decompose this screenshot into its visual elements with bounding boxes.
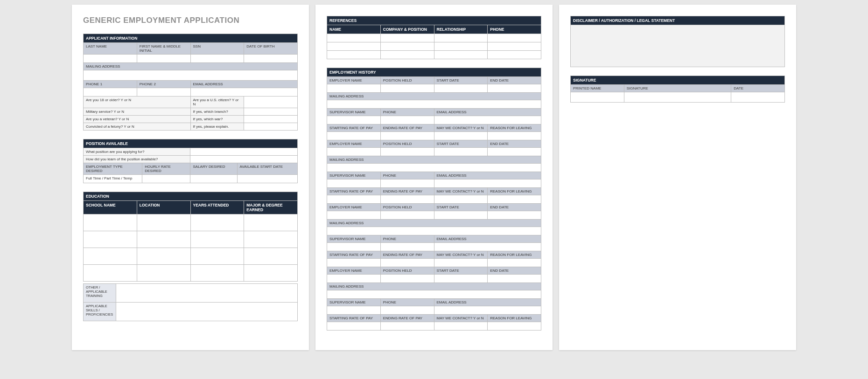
emp2-phone[interactable] [380, 179, 434, 188]
input-phone2[interactable] [137, 88, 190, 96]
input-first-mi[interactable] [137, 55, 190, 63]
emp3-phone[interactable] [380, 243, 434, 251]
edu-r1-c4[interactable] [244, 214, 298, 231]
emp2-end[interactable] [488, 148, 541, 156]
input-email[interactable] [190, 88, 298, 96]
emp2-email[interactable] [434, 179, 541, 188]
emp2-start[interactable] [434, 148, 488, 156]
emp1-endpay[interactable] [380, 132, 434, 140]
emp2-contact[interactable] [434, 195, 488, 204]
ref-r3-c2[interactable] [380, 51, 434, 59]
emp1-phone[interactable] [380, 116, 434, 124]
emp4-contact[interactable] [434, 322, 488, 331]
emp3-sup[interactable] [327, 243, 381, 251]
ref-r2-c3[interactable] [434, 42, 488, 51]
emp1-employer[interactable] [327, 84, 381, 93]
input-skills[interactable] [116, 303, 298, 321]
input-learn[interactable] [190, 156, 298, 163]
edu-r1-c3[interactable] [190, 214, 244, 231]
disclaimer-box[interactable] [571, 25, 785, 67]
ref-r2-c1[interactable] [327, 42, 381, 51]
emp2-reason[interactable] [488, 195, 541, 204]
emp1-contact[interactable] [434, 132, 488, 140]
emp1-end[interactable] [488, 84, 541, 93]
input-hourly[interactable] [142, 175, 190, 183]
emp3-contact[interactable] [434, 259, 488, 267]
edu-r2-c1[interactable] [84, 231, 137, 248]
emp3-mailing[interactable] [327, 227, 541, 235]
emp4-employer[interactable] [327, 275, 381, 283]
edu-r2-c2[interactable] [137, 231, 190, 248]
emp2-sup[interactable] [327, 179, 381, 188]
ref-r1-c2[interactable] [380, 34, 434, 42]
ref-r1-c4[interactable] [488, 34, 541, 42]
edu-r3-c1[interactable] [84, 248, 137, 265]
input-ssn[interactable] [190, 55, 244, 63]
emp3-email[interactable] [434, 243, 541, 251]
input-other-training[interactable] [116, 284, 298, 303]
emp2-employer[interactable] [327, 148, 381, 156]
input-war[interactable] [244, 116, 298, 123]
edu-r3-c4[interactable] [244, 248, 298, 265]
emp3-startpay[interactable] [327, 259, 381, 267]
emp4-reason[interactable] [488, 322, 541, 331]
input-applying[interactable] [190, 148, 298, 156]
emp4-endpay[interactable] [380, 322, 434, 331]
edu-r1-c1[interactable] [84, 214, 137, 231]
input-signature[interactable] [624, 92, 731, 103]
emp3-employer[interactable] [327, 211, 381, 220]
emp3-start[interactable] [434, 211, 488, 220]
edu-r4-c3[interactable] [190, 265, 244, 282]
ref-r1-c1[interactable] [327, 34, 381, 42]
emp3-reason[interactable] [488, 259, 541, 267]
input-avail-start[interactable] [237, 175, 297, 183]
emp1-mailing[interactable] [327, 100, 541, 109]
edu-r1-c2[interactable] [137, 214, 190, 231]
edu-r4-c1[interactable] [84, 265, 137, 282]
emp2-mailing[interactable] [327, 164, 541, 172]
emp4-end[interactable] [488, 275, 541, 283]
emp2-position[interactable] [380, 148, 434, 156]
emp3-endpay[interactable] [380, 259, 434, 267]
emp4-email[interactable] [434, 306, 541, 315]
input-last-name[interactable] [84, 55, 137, 63]
emp4-position[interactable] [380, 275, 434, 283]
emp4-startpay[interactable] [327, 322, 381, 331]
ref-r3-c1[interactable] [327, 51, 381, 59]
input-ftpt[interactable]: Full Time / Part Time / Temp [84, 175, 142, 183]
emp1-reason[interactable] [488, 132, 541, 140]
input-branch[interactable] [244, 108, 298, 116]
input-phone1[interactable] [84, 88, 137, 96]
ref-r3-c4[interactable] [488, 51, 541, 59]
ref-r2-c2[interactable] [380, 42, 434, 51]
emp2-startpay[interactable] [327, 195, 381, 204]
emp4-mailing[interactable] [327, 290, 541, 299]
emp4-start[interactable] [434, 275, 488, 283]
edu-r2-c3[interactable] [190, 231, 244, 248]
input-salary[interactable] [190, 175, 237, 183]
ref-r1-c3[interactable] [434, 34, 488, 42]
edu-r3-c3[interactable] [190, 248, 244, 265]
edu-r2-c4[interactable] [244, 231, 298, 248]
ref-r2-c4[interactable] [488, 42, 541, 51]
emp1-position[interactable] [380, 84, 434, 93]
edu-r4-c4[interactable] [244, 265, 298, 282]
emp2-endpay[interactable] [380, 195, 434, 204]
emp4-phone[interactable] [380, 306, 434, 315]
ref-r3-c3[interactable] [434, 51, 488, 59]
emp1-startpay[interactable] [327, 132, 381, 140]
input-citizen[interactable] [244, 96, 298, 108]
input-explain[interactable] [244, 123, 298, 131]
edu-r4-c2[interactable] [137, 265, 190, 282]
input-dob[interactable] [244, 55, 298, 63]
input-mailing[interactable] [84, 70, 298, 81]
emp1-email[interactable] [434, 116, 541, 124]
emp3-position[interactable] [380, 211, 434, 220]
emp1-start[interactable] [434, 84, 488, 93]
emp3-end[interactable] [488, 211, 541, 220]
input-date[interactable] [731, 92, 785, 103]
emp4-sup[interactable] [327, 306, 381, 315]
edu-r3-c2[interactable] [137, 248, 190, 265]
input-printed-name[interactable] [571, 92, 624, 103]
emp1-sup[interactable] [327, 116, 381, 124]
